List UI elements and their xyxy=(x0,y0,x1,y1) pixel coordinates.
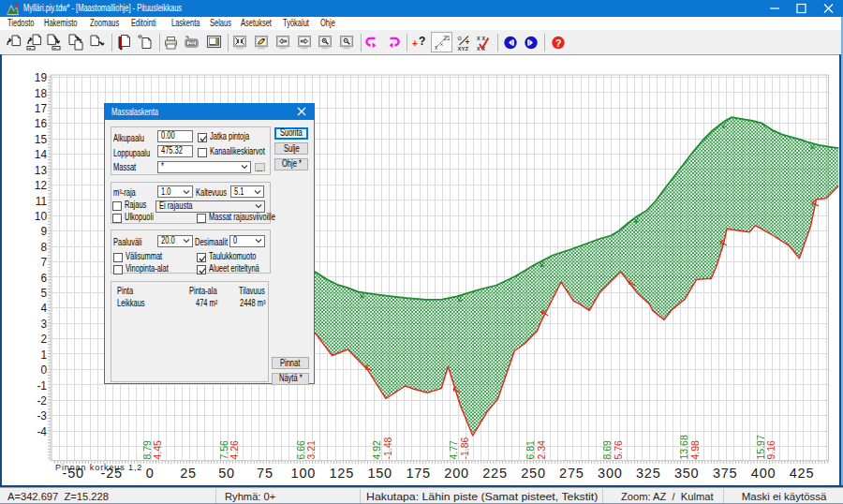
svg-text:0: 0 xyxy=(40,363,47,377)
svg-text:8: 8 xyxy=(40,240,47,254)
svg-text:9: 9 xyxy=(40,224,47,238)
svg-text:425: 425 xyxy=(790,466,815,481)
svg-text:-1.86: -1.86 xyxy=(459,437,470,459)
svg-text:6: 6 xyxy=(40,271,47,285)
svg-text:7: 7 xyxy=(40,255,47,269)
svg-text:15: 15 xyxy=(35,132,47,146)
svg-text:18: 18 xyxy=(35,86,47,100)
svg-text:13.68: 13.68 xyxy=(678,435,689,459)
svg-text:150: 150 xyxy=(367,466,392,481)
svg-text:3.21: 3.21 xyxy=(305,440,317,460)
svg-text:-2: -2 xyxy=(37,393,47,408)
svg-text:12: 12 xyxy=(35,178,47,192)
svg-text:125: 125 xyxy=(330,466,355,481)
svg-text:19: 19 xyxy=(35,70,47,84)
svg-text:300: 300 xyxy=(598,466,623,481)
svg-text:-3: -3 xyxy=(37,408,47,422)
svg-text:8.69: 8.69 xyxy=(601,440,613,460)
svg-text:14: 14 xyxy=(35,147,48,161)
svg-text:50: 50 xyxy=(218,466,235,481)
svg-text:6.81: 6.81 xyxy=(525,440,536,460)
svg-text:9.16: 9.16 xyxy=(765,440,776,460)
svg-text:175: 175 xyxy=(406,466,431,481)
svg-text:25: 25 xyxy=(180,466,197,481)
svg-text:-1.48: -1.48 xyxy=(382,437,393,459)
svg-text:7.56: 7.56 xyxy=(218,440,229,460)
svg-text:Pinnan korkeus 1,2: Pinnan korkeus 1,2 xyxy=(55,463,142,472)
svg-text:100: 100 xyxy=(291,466,317,481)
svg-text:250: 250 xyxy=(521,466,546,481)
svg-text:4.98: 4.98 xyxy=(689,440,701,460)
svg-text:15.97: 15.97 xyxy=(755,435,766,459)
svg-text:5.76: 5.76 xyxy=(613,440,624,460)
svg-text:225: 225 xyxy=(482,466,508,481)
svg-text:-1: -1 xyxy=(37,378,47,393)
svg-text:8.79: 8.79 xyxy=(141,440,153,460)
svg-text:17: 17 xyxy=(35,101,47,115)
svg-text:4.77: 4.77 xyxy=(448,440,459,460)
svg-text:16: 16 xyxy=(35,116,47,130)
svg-text:-4: -4 xyxy=(37,424,47,438)
svg-text:11: 11 xyxy=(36,194,47,208)
svg-text:375: 375 xyxy=(713,466,738,481)
svg-text:3: 3 xyxy=(40,317,47,331)
svg-text:2: 2 xyxy=(40,332,47,346)
svg-text:4: 4 xyxy=(40,301,47,315)
svg-text:1: 1 xyxy=(40,348,47,362)
svg-text:4.26: 4.26 xyxy=(229,440,240,460)
svg-text:5: 5 xyxy=(40,286,47,300)
svg-text:275: 275 xyxy=(559,466,584,481)
svg-text:400: 400 xyxy=(751,466,776,481)
svg-text:2.34: 2.34 xyxy=(536,440,547,460)
svg-text:200: 200 xyxy=(444,466,469,481)
svg-text:13: 13 xyxy=(35,163,47,177)
svg-text:325: 325 xyxy=(636,466,661,481)
svg-text:4.92: 4.92 xyxy=(371,440,382,460)
svg-text:10: 10 xyxy=(35,209,47,223)
svg-text:75: 75 xyxy=(257,466,274,481)
svg-text:0: 0 xyxy=(146,466,155,481)
svg-text:350: 350 xyxy=(674,466,700,481)
svg-text:4.45: 4.45 xyxy=(152,440,163,460)
svg-text:6.66: 6.66 xyxy=(295,440,306,460)
